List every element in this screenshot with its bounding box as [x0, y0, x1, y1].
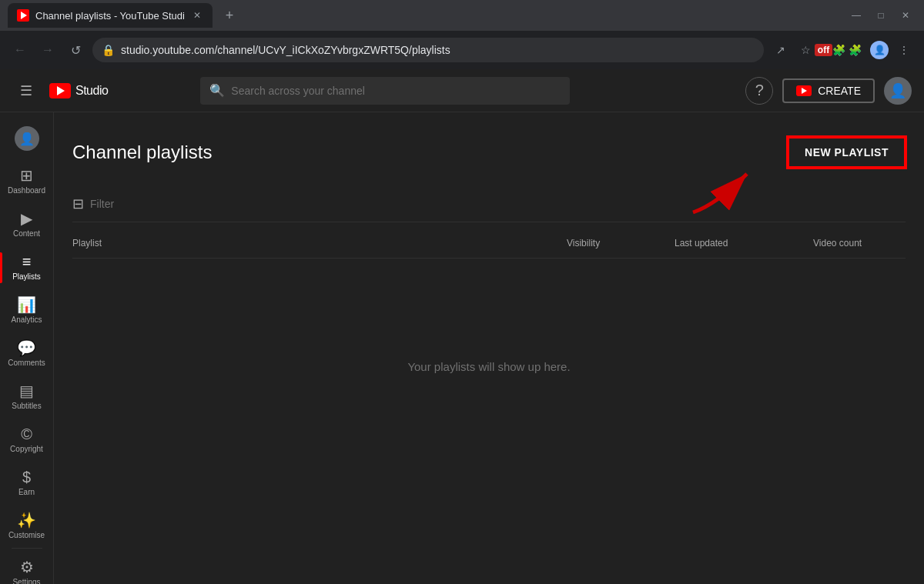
back-button[interactable]: ←	[9, 39, 31, 61]
sidebar-item-earn[interactable]: $ Earn	[0, 462, 53, 505]
sidebar-content-label: Content	[13, 229, 40, 239]
customise-icon: ✨	[17, 512, 36, 528]
analytics-icon: 📊	[17, 297, 36, 312]
forward-button[interactable]: →	[37, 39, 59, 61]
profile-avatar: 👤	[870, 41, 889, 59]
channel-avatar: 👤	[15, 126, 39, 151]
refresh-button[interactable]: ↺	[65, 39, 86, 61]
col-header-video-count: Video count	[813, 238, 906, 249]
new-playlist-button[interactable]: NEW PLAYLIST	[788, 137, 906, 168]
top-navigation: ☰ Studio 🔍 ? CREATE 👤	[0, 69, 924, 112]
browser-tab[interactable]: Channel playlists - YouTube Studi ✕	[8, 3, 213, 28]
dashboard-icon: ⊞	[20, 168, 33, 183]
extensions-button[interactable]: off 🧩	[819, 39, 841, 61]
extensions-puzzle-button[interactable]: 🧩	[844, 39, 865, 61]
sidebar-analytics-label: Analytics	[11, 315, 42, 325]
user-avatar-button[interactable]: 👤	[884, 77, 912, 105]
sidebar-item-copyright[interactable]: © Copyright	[0, 419, 53, 462]
search-box: 🔍	[200, 77, 570, 105]
search-input[interactable]	[231, 85, 561, 97]
create-button[interactable]: CREATE	[782, 78, 875, 103]
playlists-icon: ≡	[22, 254, 32, 269]
sidebar-item-comments[interactable]: 💬 Comments	[0, 332, 53, 375]
filter-icon: ⊟	[72, 195, 84, 212]
help-button[interactable]: ?	[745, 77, 773, 105]
address-bar[interactable]: 🔒 studio.youtube.com/channel/UCvY_iICkXo…	[92, 38, 764, 62]
subtitles-icon: ▤	[19, 383, 34, 399]
ext-off-badge: off	[815, 44, 832, 56]
youtube-logo-icon	[49, 83, 71, 98]
sidebar-item-customise[interactable]: ✨ Customise	[0, 505, 53, 548]
content-icon: ▶	[21, 211, 32, 226]
share-button[interactable]: ↗	[770, 39, 792, 61]
main-content: Channel playlists NEW PLAYLIST ⊟ Filter …	[54, 112, 924, 584]
close-window-button[interactable]: ✕	[895, 5, 916, 26]
hamburger-menu[interactable]: ☰	[12, 77, 40, 105]
sidebar-item-playlists[interactable]: ≡ Playlists	[0, 246, 53, 289]
sidebar-copyright-label: Copyright	[10, 445, 43, 454]
studio-text: Studio	[75, 84, 108, 98]
table-header: Playlist Visibility Last updated Video c…	[72, 229, 906, 259]
tab-favicon	[17, 9, 29, 22]
yt-studio-logo[interactable]: Studio	[49, 83, 108, 98]
copyright-icon: ©	[21, 426, 32, 442]
col-header-visibility: Visibility	[567, 238, 675, 249]
tab-close-button[interactable]: ✕	[191, 9, 203, 22]
comments-icon: 💬	[17, 340, 36, 355]
maximize-button[interactable]: □	[870, 5, 892, 26]
create-label: CREATE	[818, 85, 861, 97]
lock-icon: 🔒	[102, 44, 115, 56]
new-tab-button[interactable]: +	[219, 5, 240, 26]
sidebar-playlists-label: Playlists	[12, 272, 41, 282]
col-header-playlist: Playlist	[72, 238, 567, 249]
sidebar-settings-label: Settings	[12, 578, 40, 584]
topnav-right: ? CREATE 👤	[745, 77, 912, 105]
profile-picture-button[interactable]: 👤	[869, 39, 890, 61]
filter-bar: ⊟ Filter	[72, 186, 906, 222]
sidebar-item-dashboard[interactable]: ⊞ Dashboard	[0, 160, 53, 203]
sidebar-dashboard-label: Dashboard	[8, 186, 45, 195]
search-icon: 🔍	[209, 83, 225, 98]
minimize-button[interactable]: —	[845, 5, 867, 26]
sidebar-item-avatar[interactable]: 👤	[0, 118, 53, 160]
sidebar-item-analytics[interactable]: 📊 Analytics	[0, 289, 53, 332]
sidebar-comments-label: Comments	[8, 359, 45, 368]
page-title: Channel playlists	[72, 142, 212, 163]
sidebar-subtitles-label: Subtitles	[12, 402, 41, 411]
sidebar-item-settings[interactable]: ⚙ Settings	[0, 552, 53, 584]
sidebar-customise-label: Customise	[8, 531, 45, 540]
filter-text: Filter	[90, 198, 114, 210]
sidebar-item-content[interactable]: ▶ Content	[0, 203, 53, 246]
bookmark-button[interactable]: ☆	[795, 39, 816, 61]
empty-state: Your playlists will show up here.	[72, 259, 906, 474]
url-text: studio.youtube.com/channel/UCvY_iICkXoZY…	[121, 44, 755, 56]
col-header-last-updated: Last updated	[675, 238, 813, 249]
tab-title: Channel playlists - YouTube Studi	[35, 10, 185, 22]
page-header: Channel playlists NEW PLAYLIST	[72, 137, 906, 168]
create-icon	[796, 85, 812, 96]
settings-icon: ⚙	[20, 559, 34, 575]
empty-state-text: Your playlists will show up here.	[407, 360, 570, 373]
earn-icon: $	[22, 469, 31, 485]
sidebar-item-subtitles[interactable]: ▤ Subtitles	[0, 375, 53, 419]
new-playlist-container: NEW PLAYLIST	[788, 137, 906, 168]
sidebar-earn-label: Earn	[18, 488, 35, 497]
window-controls: — □ ✕	[845, 5, 916, 26]
chrome-menu-button[interactable]: ⋮	[893, 39, 915, 61]
sidebar: 👤 ⊞ Dashboard ▶ Content ≡ Playlists 📊 An…	[0, 112, 54, 584]
